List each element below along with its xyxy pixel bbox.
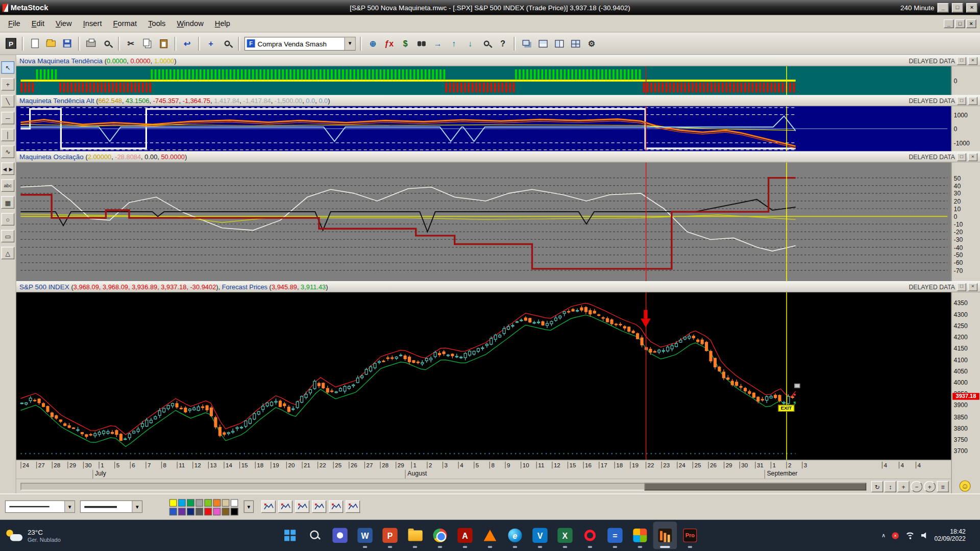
smiley-button[interactable]: ☺ <box>960 481 971 492</box>
web-links-button[interactable]: ⊕ <box>365 36 381 52</box>
zoom-button[interactable] <box>219 36 235 52</box>
copy-button[interactable] <box>139 36 155 52</box>
color-swatch[interactable] <box>195 499 203 507</box>
volume-icon[interactable] <box>921 532 928 539</box>
trendline-tool[interactable]: ╲ <box>1 95 14 107</box>
minimize-button[interactable]: _ <box>938 3 949 12</box>
print-button[interactable] <box>83 36 99 52</box>
tile-grid-button[interactable] <box>568 36 583 52</box>
text-tool[interactable]: abc <box>1 179 14 191</box>
rectangle-tool[interactable]: ▭ <box>1 230 14 242</box>
mdi-minimize-button[interactable]: _ <box>944 19 954 28</box>
color-swatch[interactable] <box>213 508 221 516</box>
line-weight-combo[interactable]: ▼ <box>80 500 142 513</box>
chart-style-1-button[interactable] <box>261 500 276 513</box>
formula-combo[interactable]: FCompra Venda Smash▼ <box>244 37 356 51</box>
word-icon[interactable]: W <box>353 521 377 549</box>
file-explorer-icon[interactable] <box>403 521 427 549</box>
menu-insert[interactable]: Insert <box>78 16 108 31</box>
panel-restore-button[interactable]: □ <box>957 57 966 65</box>
ellipse-tool[interactable]: ○ <box>1 213 14 226</box>
crosshair-tool[interactable]: + <box>1 78 14 90</box>
panel-plot-p2[interactable] <box>16 106 951 151</box>
zoom-in-button[interactable]: + <box>924 481 936 492</box>
menu-file[interactable]: File <box>3 16 26 31</box>
close-button[interactable]: × <box>966 3 977 12</box>
expert-advisor-button[interactable]: $ <box>398 36 413 52</box>
mdi-close-button[interactable]: × <box>966 19 976 28</box>
undo-button[interactable]: ↩ <box>179 36 195 52</box>
fit-vertical-button[interactable]: ↕ <box>885 481 896 492</box>
color-swatch[interactable] <box>178 508 186 516</box>
chart-style-5-button[interactable] <box>329 500 343 513</box>
taskbar-clock[interactable]: 18:42 02/09/2022 <box>935 528 966 543</box>
vscode-icon[interactable]: V <box>528 521 552 549</box>
chart-style-2-button[interactable] <box>278 500 292 513</box>
weather-widget[interactable]: 23°C Ger. Nublado <box>0 528 61 542</box>
color-swatch[interactable] <box>213 499 221 507</box>
paste-button[interactable] <box>156 36 172 52</box>
color-swatch[interactable] <box>169 499 177 507</box>
axis-p1[interactable]: 0 <box>951 66 980 95</box>
system-tester-button[interactable]: → <box>430 36 446 52</box>
color-swatch[interactable] <box>231 508 238 516</box>
upload-button[interactable]: ↑ <box>446 36 462 52</box>
menu-help[interactable]: Help <box>209 16 236 31</box>
color-swatch[interactable] <box>204 499 212 507</box>
vlc-icon[interactable] <box>478 521 502 549</box>
pan-button[interactable]: + <box>897 481 909 492</box>
chart-zoom-button[interactable] <box>479 36 495 52</box>
panel-close-button[interactable]: × <box>968 283 977 291</box>
color-swatch[interactable] <box>195 508 203 516</box>
excel-icon[interactable]: X <box>553 521 577 549</box>
cycle-line-tool[interactable]: ∿ <box>1 145 14 158</box>
panel-close-button[interactable]: × <box>968 153 977 161</box>
pointer-tool[interactable]: ↖ <box>1 61 14 73</box>
palette-dropdown[interactable]: ▼ <box>244 500 254 513</box>
menu-view[interactable]: View <box>50 16 78 31</box>
zoom-out-button[interactable]: − <box>911 481 922 492</box>
indicator-builder-button[interactable]: ƒx <box>381 36 397 52</box>
panel-plot-p1[interactable] <box>16 66 951 95</box>
tray-chevron-icon[interactable]: ∧ <box>881 532 886 538</box>
powerpoint-icon[interactable]: P <box>378 521 402 549</box>
cascade-windows-button[interactable] <box>519 36 534 52</box>
axis-p3[interactable]: 50403020100-10-20-30-40-50-60-70 <box>951 162 980 281</box>
vertical-line-tool[interactable]: │ <box>1 129 14 141</box>
print-preview-button[interactable] <box>100 36 115 52</box>
panel-restore-button[interactable]: □ <box>957 96 966 105</box>
metastock-pro-icon[interactable]: Pro <box>678 521 702 549</box>
start-button[interactable] <box>278 521 302 549</box>
new-chart-button[interactable] <box>27 36 43 52</box>
horizontal-line-tool[interactable]: ─ <box>1 112 14 124</box>
chart-style-4-button[interactable] <box>312 500 326 513</box>
menu-edit[interactable]: Edit <box>26 16 50 31</box>
color-swatch[interactable] <box>187 508 194 516</box>
panel-plot-p4[interactable]: EXIT <box>16 292 951 460</box>
options-button[interactable]: ⚙ <box>584 36 600 52</box>
antivirus-tray-icon[interactable]: × <box>892 532 898 539</box>
color-swatch[interactable] <box>178 499 186 507</box>
wifi-icon[interactable] <box>905 532 915 539</box>
hscroll-handle[interactable] <box>644 483 866 491</box>
scroll-left-right-tool[interactable]: ◄► <box>1 162 14 174</box>
chat-icon[interactable] <box>328 521 352 549</box>
chart-style-6-button[interactable] <box>346 500 360 513</box>
layout-list-button[interactable]: ≡ <box>937 481 949 492</box>
panel-close-button[interactable]: × <box>968 96 977 105</box>
color-swatch[interactable] <box>231 499 238 507</box>
color-swatch[interactable] <box>204 508 212 516</box>
color-swatch[interactable] <box>222 499 230 507</box>
move-chart-button[interactable]: + <box>203 36 219 52</box>
power-console-button[interactable]: P <box>3 36 19 52</box>
combo-arrow-icon[interactable]: ▼ <box>132 501 142 512</box>
menu-tools[interactable]: Tools <box>142 16 171 31</box>
save-button[interactable] <box>59 36 75 52</box>
date-axis[interactable]: 2427282930156781112131415181920212225262… <box>16 460 951 470</box>
chart-style-3-button[interactable] <box>295 500 309 513</box>
panel-restore-button[interactable]: □ <box>957 153 966 161</box>
color-swatch[interactable] <box>187 499 194 507</box>
search-button[interactable] <box>303 521 327 549</box>
explorer-button[interactable] <box>414 36 430 52</box>
axis-p2[interactable]: 10000-1000 <box>951 106 980 151</box>
